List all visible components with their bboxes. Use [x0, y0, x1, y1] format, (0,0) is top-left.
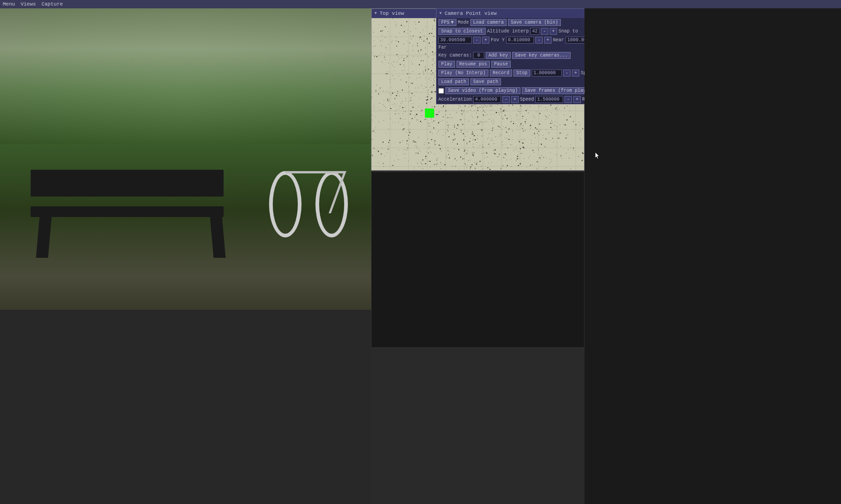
speed-value: 1.000000 — [532, 70, 562, 77]
bike — [260, 129, 353, 249]
speed2-plus[interactable]: + — [573, 96, 581, 103]
bench-leg-left — [36, 211, 52, 258]
pos-minus[interactable]: - — [473, 37, 481, 44]
speed2-value: 1.500000 — [535, 96, 563, 103]
altitude-label: Altitude interp — [487, 29, 529, 34]
altitude-value: 42 — [530, 28, 539, 35]
speed-plus[interactable]: + — [572, 70, 579, 77]
camera-marker — [425, 108, 434, 118]
bottom-dark-panel — [371, 172, 584, 348]
snap-closest-button[interactable]: Snap to closest — [438, 28, 486, 35]
fps-label: FPS — [441, 20, 449, 25]
accel-plus[interactable]: + — [511, 96, 519, 103]
menubar: Menu Views Capture — [0, 0, 841, 8]
near-label: Near — [553, 38, 564, 43]
far-label: Far — [438, 45, 447, 50]
fov-plus[interactable]: + — [544, 37, 552, 44]
topview-label: Top view — [379, 11, 404, 16]
save-camera-button[interactable]: Save camera (bin) — [508, 19, 561, 26]
bench-back — [31, 170, 224, 197]
speed2-label: Speed — [520, 97, 534, 102]
pause-button[interactable]: Pause — [491, 61, 511, 68]
fov-label: Fov Y — [491, 38, 505, 43]
main-viewport — [0, 8, 371, 310]
load-path-button[interactable]: Load path — [438, 78, 469, 85]
fps-dropdown[interactable]: FPS ▼ — [438, 19, 456, 26]
stop-button[interactable]: Stop — [514, 70, 530, 77]
menu-item-views[interactable]: Views — [20, 1, 36, 7]
acceleration-label: Acceleration — [438, 97, 472, 102]
accel-minus[interactable]: - — [502, 96, 510, 103]
save-path-button[interactable]: Save path — [470, 78, 501, 85]
camera-panel-icon: ▼ — [439, 11, 442, 16]
altitude-plus[interactable]: + — [550, 28, 557, 35]
menu-item-menu[interactable]: Menu — [3, 1, 15, 7]
key-cameras-label: Key cameras: — [438, 53, 472, 58]
snap-to-label: Snap to — [559, 29, 578, 34]
mode-label: Mode — [458, 20, 469, 25]
altitude-minus[interactable]: - — [541, 28, 548, 35]
pos-value: 39.096500 — [438, 37, 472, 44]
fps-dropdown-icon: ▼ — [451, 20, 454, 25]
acceleration-value: 4.000000 — [473, 96, 501, 103]
pos-plus[interactable]: + — [482, 37, 489, 44]
bench — [19, 129, 260, 265]
bottom-area — [0, 310, 371, 504]
fov-value: 0.010000 — [506, 37, 534, 44]
play-button[interactable]: Play — [438, 61, 455, 68]
speed-minus[interactable]: - — [563, 70, 571, 77]
speed2-minus[interactable]: - — [565, 96, 572, 103]
record-button[interactable]: Record — [490, 70, 512, 77]
save-video-checkbox[interactable] — [438, 88, 444, 94]
resume-pos-button[interactable]: Resume pos — [456, 61, 490, 68]
save-key-cameras-button[interactable]: Save key cameras... — [512, 52, 571, 59]
sky-area — [0, 8, 371, 144]
add-key-button[interactable]: Add key — [486, 52, 511, 59]
save-video-button[interactable]: Save video (from playing) — [445, 87, 520, 94]
camera-panel-title: Camera Point view — [444, 11, 496, 16]
fov-minus[interactable]: - — [535, 37, 543, 44]
menu-item-capture[interactable]: Capture — [41, 1, 63, 7]
bench-seat — [31, 206, 224, 217]
right-dark-area — [584, 8, 841, 504]
play-no-interp-button[interactable]: Play (No Interp) — [438, 70, 488, 77]
photo-background — [0, 8, 371, 310]
bench-leg-right — [210, 211, 226, 258]
key-cameras-count: 0 — [473, 52, 484, 59]
topview-icon: ▼ — [374, 11, 377, 16]
load-camera-button[interactable]: Load camera — [470, 19, 507, 26]
